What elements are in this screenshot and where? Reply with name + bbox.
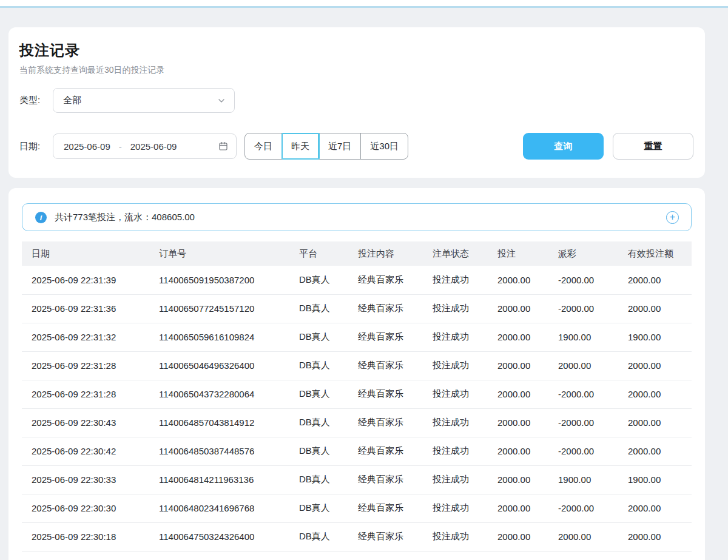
cell-bet-status: 投注成功 bbox=[433, 380, 497, 408]
cell-order-number: 1140064802341696768 bbox=[159, 494, 299, 522]
cell-valid-bet-amount: 2000.00 bbox=[628, 266, 692, 294]
cell-bet-amount: 2000.00 bbox=[497, 494, 558, 522]
cell-valid-bet-amount: 2000.00 bbox=[628, 494, 692, 522]
cell-bet-content: 经典百家乐 bbox=[358, 294, 433, 323]
cell-date: 2025-06-09 22:30:30 bbox=[22, 494, 159, 522]
cell-bet-amount: 2000.00 bbox=[497, 294, 558, 323]
cell-date: 2025-06-09 22:30:18 bbox=[22, 522, 159, 551]
cell-bet-status: 投注成功 bbox=[433, 465, 497, 494]
cell-payout: 1900.00 bbox=[558, 465, 628, 494]
records-card: i 共计773笔投注，流水：408605.00 + 日期订单号平台投注内容注单状… bbox=[8, 188, 705, 560]
table-header-cell: 投注内容 bbox=[358, 241, 433, 266]
calendar-icon bbox=[218, 141, 228, 151]
cell-bet-status: 投注成功 bbox=[433, 294, 497, 323]
cell-bet-amount: 2000.00 bbox=[497, 465, 558, 494]
cell-platform: DB真人 bbox=[299, 465, 358, 494]
table-row: 2025-06-09 22:31:281140065046496326400DB… bbox=[22, 351, 692, 380]
table-row: 2025-06-09 22:30:181140064750324326400DB… bbox=[22, 522, 692, 551]
cell-bet-status: 投注成功 bbox=[433, 323, 497, 351]
cell-payout: -2000.00 bbox=[558, 494, 628, 522]
cell-payout: -2000.00 bbox=[558, 266, 628, 294]
table-row: 2025-06-09 22:30:301140064802341696768DB… bbox=[22, 494, 692, 522]
cell-date: 2025-06-09 22:31:28 bbox=[22, 351, 159, 380]
date-range-input[interactable]: 2025-06-09 - 2025-06-09 bbox=[53, 133, 237, 159]
cell-bet-status: 投注成功 bbox=[433, 408, 497, 437]
cell-order-number: 1140064850387448576 bbox=[159, 437, 299, 465]
plus-circle-icon[interactable]: + bbox=[666, 211, 679, 224]
date-end-value: 2025-06-09 bbox=[130, 141, 177, 152]
cell-bet-amount: 2000.00 bbox=[497, 323, 558, 351]
cell-order-number: 1140065077245157120 bbox=[159, 294, 299, 323]
cell-bet-content: 经典百家乐 bbox=[358, 465, 433, 494]
table-header-cell: 有效投注额 bbox=[628, 241, 692, 266]
quick-range-button[interactable]: 今日 bbox=[245, 133, 282, 159]
summary-text: 共计773笔投注，流水：408605.00 bbox=[55, 212, 195, 223]
cell-date: 2025-06-09 22:30:43 bbox=[22, 408, 159, 437]
cell-platform: DB真人 bbox=[299, 408, 358, 437]
cell-date: 2025-06-09 22:31:32 bbox=[22, 323, 159, 351]
cell-platform: DB真人 bbox=[299, 266, 358, 294]
filter-card: 投注记录 当前系统支持查询最近30日的投注记录 类型: 全部 日期: 2025-… bbox=[8, 27, 705, 178]
date-separator: - bbox=[119, 141, 122, 152]
table-row: 2025-06-09 22:30:431140064857043814912DB… bbox=[22, 408, 692, 437]
cell-valid-bet-amount: 2000.00 bbox=[628, 294, 692, 323]
table-header-cell: 平台 bbox=[299, 241, 358, 266]
cell-valid-bet-amount: 2000.00 bbox=[628, 408, 692, 437]
cell-payout: 1900.00 bbox=[558, 323, 628, 351]
quick-range-button[interactable]: 昨天 bbox=[282, 133, 319, 159]
page-title: 投注记录 bbox=[19, 41, 693, 60]
cell-payout: -2000.00 bbox=[558, 294, 628, 323]
cell-order-number: 1140064814211963136 bbox=[159, 465, 299, 494]
cell-payout: 2000.00 bbox=[558, 522, 628, 551]
summary-banner: i 共计773笔投注，流水：408605.00 + bbox=[22, 203, 692, 231]
cell-date: 2025-06-09 22:31:39 bbox=[22, 266, 159, 294]
date-label: 日期: bbox=[19, 141, 45, 152]
cell-platform: DB真人 bbox=[299, 437, 358, 465]
quick-range-button[interactable]: 近30日 bbox=[361, 133, 408, 159]
query-button[interactable]: 查询 bbox=[523, 133, 604, 160]
table-header-cell: 订单号 bbox=[159, 241, 299, 266]
cell-bet-amount: 2000.00 bbox=[497, 408, 558, 437]
cell-valid-bet-amount: 1900.00 bbox=[628, 323, 692, 351]
cell-bet-amount: 2000.00 bbox=[497, 522, 558, 551]
cell-bet-content: 经典百家乐 bbox=[358, 494, 433, 522]
cell-bet-content: 经典百家乐 bbox=[358, 522, 433, 551]
cell-valid-bet-amount: 2000.00 bbox=[628, 437, 692, 465]
cell-bet-amount: 2000.00 bbox=[497, 266, 558, 294]
reset-button[interactable]: 重置 bbox=[613, 133, 693, 160]
cell-valid-bet-amount: 2000.00 bbox=[628, 522, 692, 551]
cell-bet-status: 投注成功 bbox=[433, 437, 497, 465]
cell-bet-status: 投注成功 bbox=[433, 522, 497, 551]
top-white-strip bbox=[0, 0, 728, 6]
cell-order-number: 1140064750324326400 bbox=[159, 522, 299, 551]
quick-range-group: 今日昨天近7日近30日 bbox=[244, 133, 408, 160]
table-row: 2025-06-09 22:31:321140065059616109824DB… bbox=[22, 323, 692, 351]
table-header-cell: 日期 bbox=[22, 241, 159, 266]
table-row: 2025-06-09 22:31:281140065043732280064DB… bbox=[22, 380, 692, 408]
cell-date: 2025-06-09 22:30:33 bbox=[22, 465, 159, 494]
cell-platform: DB真人 bbox=[299, 522, 358, 551]
cell-valid-bet-amount: 2000.00 bbox=[628, 380, 692, 408]
cell-platform: DB真人 bbox=[299, 351, 358, 380]
info-circle-icon: i bbox=[35, 212, 47, 223]
cell-bet-content: 经典百家乐 bbox=[358, 408, 433, 437]
cell-bet-content: 经典百家乐 bbox=[358, 437, 433, 465]
cell-payout: 2000.00 bbox=[558, 351, 628, 380]
page-subtitle: 当前系统支持查询最近30日的投注记录 bbox=[19, 65, 693, 76]
type-select[interactable]: 全部 bbox=[53, 88, 235, 113]
cell-bet-content: 经典百家乐 bbox=[358, 380, 433, 408]
table-row: 2025-06-09 22:30:421140064850387448576DB… bbox=[22, 437, 692, 465]
table-header-row: 日期订单号平台投注内容注单状态投注派彩有效投注额 bbox=[22, 241, 692, 266]
table-header-cell: 投注 bbox=[497, 241, 558, 266]
quick-range-button[interactable]: 近7日 bbox=[319, 133, 361, 159]
cell-order-number: 1140064857043814912 bbox=[159, 408, 299, 437]
table-header-cell: 派彩 bbox=[558, 241, 628, 266]
table-row: 2025-06-09 22:31:361140065077245157120DB… bbox=[22, 294, 692, 323]
top-accent-line bbox=[0, 6, 728, 8]
cell-order-number: 1140065046496326400 bbox=[159, 351, 299, 380]
table-row: 2025-06-09 22:30:331140064814211963136DB… bbox=[22, 465, 692, 494]
table-row: 2025-06-09 22:31:391140065091950387200DB… bbox=[22, 266, 692, 294]
type-select-value: 全部 bbox=[63, 95, 81, 106]
cell-order-number: 1140065059616109824 bbox=[159, 323, 299, 351]
cell-order-number: 1140065043732280064 bbox=[159, 380, 299, 408]
